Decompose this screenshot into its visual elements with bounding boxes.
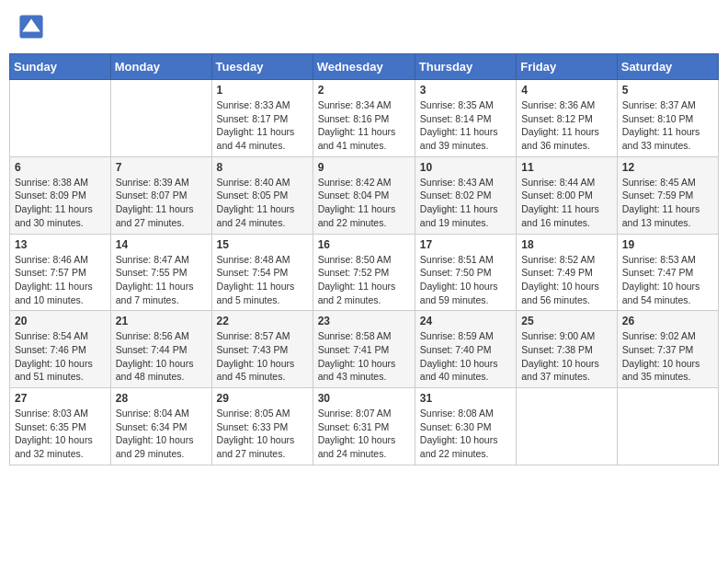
day-number: 11 [521,161,612,174]
calendar-week-3: 13Sunrise: 8:46 AM Sunset: 7:57 PM Dayli… [10,234,719,311]
calendar-cell [110,80,211,157]
header-cell-saturday: Saturday [617,54,718,80]
calendar-cell: 11Sunrise: 8:44 AM Sunset: 8:00 PM Dayli… [517,156,618,234]
day-number: 28 [116,392,207,405]
day-number: 5 [622,84,713,97]
day-number: 12 [622,161,713,174]
calendar-cell: 13Sunrise: 8:46 AM Sunset: 7:57 PM Dayli… [10,234,111,311]
logo-icon [18,14,44,40]
day-info: Sunrise: 8:52 AM Sunset: 7:49 PM Dayligh… [521,253,612,307]
header-cell-monday: Monday [110,54,211,80]
calendar-cell: 23Sunrise: 8:58 AM Sunset: 7:41 PM Dayli… [313,311,415,388]
calendar-cell: 6Sunrise: 8:38 AM Sunset: 8:09 PM Daylig… [10,156,111,234]
day-number: 21 [116,315,207,327]
day-info: Sunrise: 8:45 AM Sunset: 7:59 PM Dayligh… [622,176,713,230]
calendar-cell: 19Sunrise: 8:53 AM Sunset: 7:47 PM Dayli… [617,234,718,311]
day-number: 23 [318,315,410,327]
day-info: Sunrise: 8:47 AM Sunset: 7:55 PM Dayligh… [116,253,207,307]
day-info: Sunrise: 8:46 AM Sunset: 7:57 PM Dayligh… [15,253,106,307]
calendar-body: 1Sunrise: 8:33 AM Sunset: 8:17 PM Daylig… [10,80,719,465]
calendar-cell: 24Sunrise: 8:59 AM Sunset: 7:40 PM Dayli… [415,311,516,388]
day-number: 26 [622,315,713,327]
day-info: Sunrise: 8:48 AM Sunset: 7:54 PM Dayligh… [217,253,308,307]
day-number: 19 [622,238,713,251]
calendar-cell [617,388,718,465]
calendar-cell [517,388,618,465]
day-info: Sunrise: 8:57 AM Sunset: 7:43 PM Dayligh… [217,329,308,384]
day-info: Sunrise: 8:43 AM Sunset: 8:02 PM Dayligh… [420,176,511,230]
header-cell-friday: Friday [517,54,618,80]
calendar-cell: 27Sunrise: 8:03 AM Sunset: 6:35 PM Dayli… [10,388,111,465]
logo [18,14,48,40]
day-info: Sunrise: 8:39 AM Sunset: 8:07 PM Dayligh… [116,176,207,230]
day-number: 7 [116,161,207,174]
calendar-week-4: 20Sunrise: 8:54 AM Sunset: 7:46 PM Dayli… [10,311,719,388]
calendar-cell: 10Sunrise: 8:43 AM Sunset: 8:02 PM Dayli… [415,156,516,234]
day-info: Sunrise: 8:07 AM Sunset: 6:31 PM Dayligh… [318,407,410,461]
calendar-cell: 16Sunrise: 8:50 AM Sunset: 7:52 PM Dayli… [313,234,415,311]
day-number: 27 [15,392,106,405]
day-number: 24 [420,315,511,327]
calendar-cell: 15Sunrise: 8:48 AM Sunset: 7:54 PM Dayli… [211,234,313,311]
day-number: 1 [217,84,308,97]
calendar-cell: 7Sunrise: 8:39 AM Sunset: 8:07 PM Daylig… [110,156,211,234]
day-info: Sunrise: 8:34 AM Sunset: 8:16 PM Dayligh… [318,98,410,153]
calendar-cell: 25Sunrise: 9:00 AM Sunset: 7:38 PM Dayli… [517,311,618,388]
day-number: 17 [420,238,511,251]
day-info: Sunrise: 8:54 AM Sunset: 7:46 PM Dayligh… [15,329,106,384]
calendar-cell: 26Sunrise: 9:02 AM Sunset: 7:37 PM Dayli… [617,311,718,388]
calendar-cell: 30Sunrise: 8:07 AM Sunset: 6:31 PM Dayli… [313,388,415,465]
calendar-cell: 18Sunrise: 8:52 AM Sunset: 7:49 PM Dayli… [517,234,618,311]
day-info: Sunrise: 8:53 AM Sunset: 7:47 PM Dayligh… [622,253,713,307]
day-number: 14 [116,238,207,251]
calendar-cell [10,80,111,157]
calendar-cell: 12Sunrise: 8:45 AM Sunset: 7:59 PM Dayli… [617,156,718,234]
day-info: Sunrise: 8:33 AM Sunset: 8:17 PM Dayligh… [217,98,308,153]
day-info: Sunrise: 8:42 AM Sunset: 8:04 PM Dayligh… [318,176,410,230]
day-number: 3 [420,84,511,97]
page-header [9,9,719,44]
calendar-week-5: 27Sunrise: 8:03 AM Sunset: 6:35 PM Dayli… [10,388,719,465]
calendar-cell: 31Sunrise: 8:08 AM Sunset: 6:30 PM Dayli… [415,388,516,465]
header-cell-thursday: Thursday [415,54,516,80]
day-number: 2 [318,84,410,97]
header-cell-tuesday: Tuesday [211,54,313,80]
calendar-cell: 8Sunrise: 8:40 AM Sunset: 8:05 PM Daylig… [211,156,313,234]
day-number: 15 [217,238,308,251]
calendar-cell: 5Sunrise: 8:37 AM Sunset: 8:10 PM Daylig… [617,80,718,157]
day-info: Sunrise: 9:00 AM Sunset: 7:38 PM Dayligh… [521,329,612,384]
day-number: 20 [15,315,106,327]
day-info: Sunrise: 8:40 AM Sunset: 8:05 PM Dayligh… [217,176,308,230]
calendar-cell: 20Sunrise: 8:54 AM Sunset: 7:46 PM Dayli… [10,311,111,388]
header-cell-wednesday: Wednesday [313,54,415,80]
calendar-cell: 1Sunrise: 8:33 AM Sunset: 8:17 PM Daylig… [211,80,313,157]
calendar-cell: 9Sunrise: 8:42 AM Sunset: 8:04 PM Daylig… [313,156,415,234]
calendar-cell: 17Sunrise: 8:51 AM Sunset: 7:50 PM Dayli… [415,234,516,311]
day-info: Sunrise: 8:38 AM Sunset: 8:09 PM Dayligh… [15,176,106,230]
calendar-week-2: 6Sunrise: 8:38 AM Sunset: 8:09 PM Daylig… [10,156,719,234]
day-info: Sunrise: 8:08 AM Sunset: 6:30 PM Dayligh… [420,407,511,461]
calendar-cell: 14Sunrise: 8:47 AM Sunset: 7:55 PM Dayli… [110,234,211,311]
day-number: 8 [217,161,308,174]
calendar-cell: 21Sunrise: 8:56 AM Sunset: 7:44 PM Dayli… [110,311,211,388]
calendar-cell: 28Sunrise: 8:04 AM Sunset: 6:34 PM Dayli… [110,388,211,465]
calendar-cell: 22Sunrise: 8:57 AM Sunset: 7:43 PM Dayli… [211,311,313,388]
day-info: Sunrise: 8:50 AM Sunset: 7:52 PM Dayligh… [318,253,410,307]
calendar-cell: 4Sunrise: 8:36 AM Sunset: 8:12 PM Daylig… [517,80,618,157]
calendar-week-1: 1Sunrise: 8:33 AM Sunset: 8:17 PM Daylig… [10,80,719,157]
day-number: 30 [318,392,410,405]
day-number: 29 [217,392,308,405]
day-info: Sunrise: 8:58 AM Sunset: 7:41 PM Dayligh… [318,329,410,384]
day-number: 6 [15,161,106,174]
day-info: Sunrise: 8:37 AM Sunset: 8:10 PM Dayligh… [622,98,713,153]
day-info: Sunrise: 8:56 AM Sunset: 7:44 PM Dayligh… [116,329,207,384]
day-info: Sunrise: 8:44 AM Sunset: 8:00 PM Dayligh… [521,176,612,230]
day-number: 31 [420,392,511,405]
day-info: Sunrise: 8:51 AM Sunset: 7:50 PM Dayligh… [420,253,511,307]
day-number: 25 [521,315,612,327]
day-info: Sunrise: 8:59 AM Sunset: 7:40 PM Dayligh… [420,329,511,384]
day-info: Sunrise: 8:36 AM Sunset: 8:12 PM Dayligh… [521,98,612,153]
day-number: 18 [521,238,612,251]
header-row: SundayMondayTuesdayWednesdayThursdayFrid… [10,54,719,80]
day-number: 10 [420,161,511,174]
